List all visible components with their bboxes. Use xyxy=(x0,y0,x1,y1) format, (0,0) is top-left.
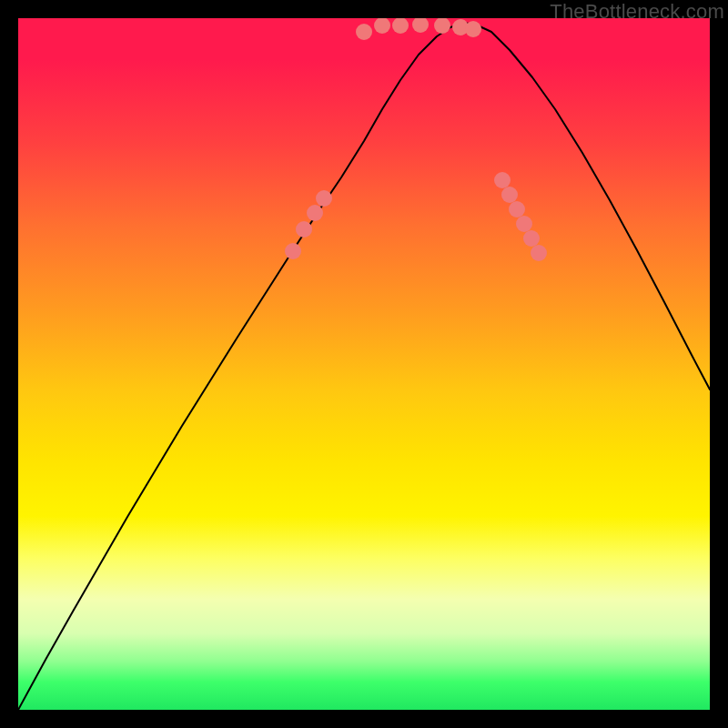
chart-frame xyxy=(18,18,710,710)
curve-marker xyxy=(285,243,301,259)
curve-marker xyxy=(412,18,429,33)
chart-plot xyxy=(18,18,710,710)
curve-marker xyxy=(374,18,390,34)
curve-marker xyxy=(465,21,481,37)
curve-markers xyxy=(285,18,547,261)
curve-marker xyxy=(296,221,312,238)
curve-marker xyxy=(509,201,525,217)
curve-line xyxy=(18,23,710,710)
curve-marker xyxy=(494,172,511,188)
curve-marker xyxy=(356,24,372,40)
watermark-text: TheBottleneck.com xyxy=(550,0,724,24)
curve-marker xyxy=(392,18,409,34)
curve-marker xyxy=(523,230,540,247)
curve-marker xyxy=(307,205,323,221)
curve-marker xyxy=(531,245,547,261)
curve-marker xyxy=(501,187,518,203)
curve-marker xyxy=(516,216,532,232)
curve-marker xyxy=(434,18,450,34)
curve-marker xyxy=(316,190,332,207)
